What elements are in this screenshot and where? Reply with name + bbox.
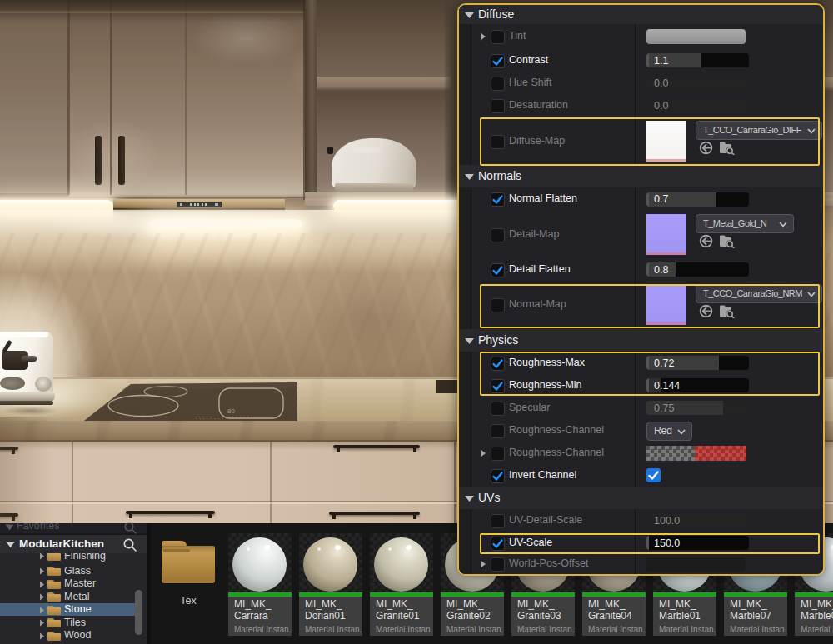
svg-text:80: 80 bbox=[227, 407, 235, 415]
